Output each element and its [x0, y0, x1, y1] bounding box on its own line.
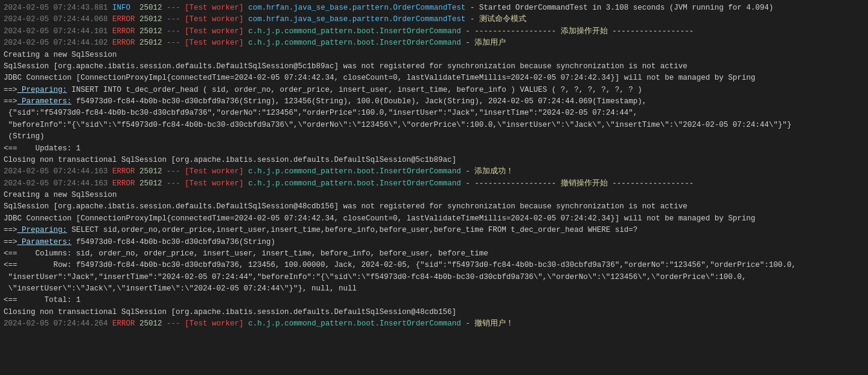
dash: -	[461, 39, 475, 47]
plain: JDBC Connection [ConnectionProxyImpl{con…	[4, 74, 755, 82]
pid: 25012	[139, 179, 162, 188]
log-line-12: (String)	[4, 131, 864, 143]
level-error: ERROR	[112, 39, 135, 47]
classname: com.hrfan.java_se_base.parttern.OrderCom…	[248, 4, 465, 12]
log-line-16: 2024-02-05 07:24:44.163 ERROR 25012 --- …	[4, 178, 864, 190]
thread: [Test worker]	[185, 319, 244, 328]
thread: [Test worker]	[185, 4, 244, 12]
parameters-label2: Parameters:	[18, 238, 72, 246]
level-error: ERROR	[112, 15, 135, 24]
timestamp: 2024-02-05 07:24:44.068	[4, 15, 112, 24]
level-error: ERROR	[112, 27, 135, 36]
log-line-4: 2024-02-05 07:24:44.102 ERROR 25012 --- …	[4, 37, 864, 49]
plain: "insertUser":"Jack","insertTime":"2024-0…	[4, 273, 746, 281]
sep	[135, 39, 140, 47]
preparing-label: Preparing:	[18, 86, 68, 94]
sep	[135, 319, 140, 328]
classname: c.h.j.p.commond_pattern.boot.InsertOrder…	[248, 27, 461, 36]
space	[244, 179, 249, 188]
sep	[135, 179, 140, 188]
dash: -	[461, 319, 475, 328]
sep	[135, 15, 140, 24]
log-line-25: \"insertUser\":\"Jack\",\"insertTime\":\…	[4, 283, 864, 295]
space	[244, 319, 249, 328]
pid: 25012	[139, 27, 162, 36]
thread: [Test worker]	[185, 39, 244, 47]
msg: f54973d0-fc84-4b0b-bc30-d30cbfd9a736(Str…	[72, 238, 276, 246]
plain: <== Total: 1	[4, 296, 81, 304]
log-line-17: Creating a new SqlSession	[4, 190, 864, 201]
plain: SqlSession [org.apache.ibatis.session.de…	[4, 202, 688, 211]
arrow: ==>	[4, 97, 18, 106]
plain: Closing non transactional SqlSession [or…	[4, 308, 456, 316]
dash: -	[461, 179, 475, 188]
plain: Creating a new SqlSession	[4, 191, 117, 199]
plain: {"sid":"f54973d0-fc84-4b0b-bc30-d30cbfd9…	[4, 109, 637, 117]
msg: ------------------ 撤销操作开始 --------------…	[474, 179, 694, 188]
log-line-3: 2024-02-05 07:24:44.101 ERROR 25012 --- …	[4, 26, 864, 37]
msg: 测试命令模式	[479, 15, 526, 24]
sep2: ---	[162, 39, 185, 47]
log-line-27: Closing non transactional SqlSession [or…	[4, 307, 864, 318]
level-info: INFO	[112, 4, 135, 12]
sep2: ---	[162, 179, 185, 188]
space	[244, 15, 249, 24]
log-line-13: <== Updates: 1	[4, 143, 864, 155]
arrow: ==>	[4, 238, 18, 246]
thread: [Test worker]	[185, 27, 244, 36]
timestamp: 2024-02-05 07:24:44.101	[4, 27, 112, 36]
msg: f54973d0-fc84-4b0b-bc30-d30cbfd9a736(Str…	[72, 97, 647, 106]
timestamp: 2024-02-05 07:24:43.881	[4, 4, 112, 12]
msg: INSERT INTO t_dec_order_head ( sid, orde…	[67, 86, 642, 94]
log-line-24: "insertUser":"Jack","insertTime":"2024-0…	[4, 272, 864, 283]
log-line-6: SqlSession [org.apache.ibatis.session.de…	[4, 61, 864, 72]
thread: [Test worker]	[185, 179, 244, 188]
space	[244, 4, 249, 12]
sep	[135, 167, 140, 176]
log-line-19: JDBC Connection [ConnectionProxyImpl{con…	[4, 213, 864, 225]
plain: JDBC Connection [ConnectionProxyImpl{con…	[4, 214, 755, 223]
plain: (String)	[4, 132, 45, 141]
msg: 添加用户	[474, 39, 506, 47]
msg: 撤销用户！	[474, 319, 514, 328]
sep2: ---	[162, 167, 185, 176]
log-line-2: 2024-02-05 07:24:44.068 ERROR 25012 --- …	[4, 14, 864, 25]
timestamp: 2024-02-05 07:24:44.163	[4, 179, 112, 188]
plain: Creating a new SqlSession	[4, 51, 117, 59]
log-container: 2024-02-05 07:24:43.881 INFO 25012 --- […	[4, 2, 864, 330]
plain: Closing non transactional SqlSession [or…	[4, 156, 456, 164]
log-line-9: ==> Parameters: f54973d0-fc84-4b0b-bc30-…	[4, 96, 864, 107]
classname: c.h.j.p.commond_pattern.boot.InsertOrder…	[248, 167, 461, 176]
plain: \"insertUser\":\"Jack\",\"insertTime\":\…	[4, 284, 357, 293]
log-line-28: 2024-02-05 07:24:44.264 ERROR 25012 --- …	[4, 318, 864, 330]
space	[244, 167, 249, 176]
plain: <== Row: f54973d0-fc84-4b0b-bc30-d30cbfd…	[4, 261, 796, 269]
classname: com.hrfan.java_se_base.parttern.OrderCom…	[248, 15, 465, 24]
pid: 25012	[139, 15, 162, 24]
log-line-7: JDBC Connection [ConnectionProxyImpl{con…	[4, 72, 864, 84]
sep	[135, 27, 140, 36]
log-line-5: Creating a new SqlSession	[4, 50, 864, 61]
log-line-11: "beforeInfo":"{\"sid\":\"f54973d0-fc84-4…	[4, 120, 864, 131]
timestamp: 2024-02-05 07:24:44.163	[4, 167, 112, 176]
plain: "beforeInfo":"{\"sid\":\"f54973d0-fc84-4…	[4, 121, 791, 129]
dash: -	[465, 15, 479, 24]
parameters-label: Parameters:	[18, 97, 72, 106]
log-line-1: 2024-02-05 07:24:43.881 INFO 25012 --- […	[4, 2, 864, 14]
dash: -	[461, 167, 475, 176]
log-line-14: Closing non transactional SqlSession [or…	[4, 155, 864, 166]
arrow: ==>	[4, 226, 18, 234]
log-line-8: ==> Preparing: INSERT INTO t_dec_order_h…	[4, 85, 864, 96]
dash: -	[461, 27, 475, 36]
space	[244, 39, 249, 47]
arrow: <== Updates: 1	[4, 144, 81, 153]
timestamp: 2024-02-05 07:24:44.264	[4, 319, 112, 328]
log-line-10: {"sid":"f54973d0-fc84-4b0b-bc30-d30cbfd9…	[4, 107, 864, 119]
classname: c.h.j.p.commond_pattern.boot.InsertOrder…	[248, 179, 461, 188]
classname: c.h.j.p.commond_pattern.boot.InsertOrder…	[248, 39, 461, 47]
log-line-15: 2024-02-05 07:24:44.163 ERROR 25012 --- …	[4, 166, 864, 178]
plain: SqlSession [org.apache.ibatis.session.de…	[4, 62, 688, 71]
thread: [Test worker]	[185, 15, 244, 24]
msg: - Started OrderCommandTest in 3.108 seco…	[465, 4, 773, 12]
sep2: ---	[162, 15, 185, 24]
